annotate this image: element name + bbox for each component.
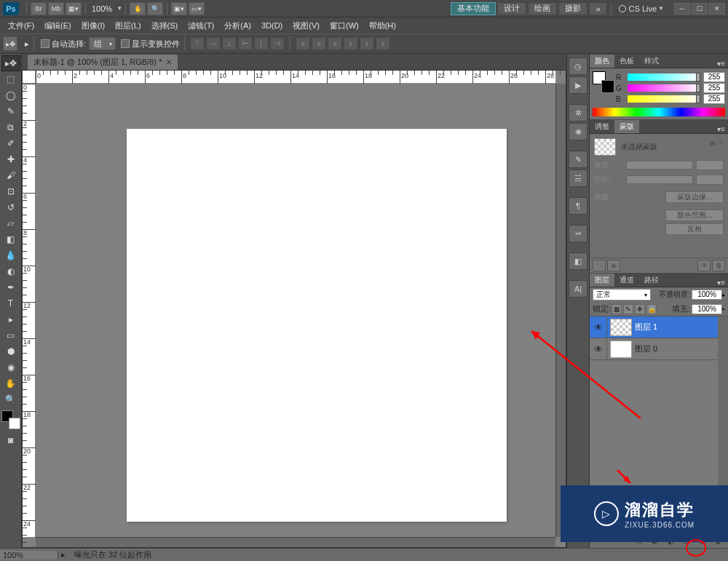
lasso-tool[interactable]: ◯	[1, 87, 20, 103]
lock-pixels-icon[interactable]: ✎	[623, 304, 633, 314]
align-vcenter-icon[interactable]: —	[206, 37, 221, 50]
history-brush-tool[interactable]: ↺	[1, 199, 20, 215]
delete-mask-icon[interactable]: 🗑	[712, 260, 725, 271]
brush-tool[interactable]: 🖌	[1, 167, 20, 183]
cs-live-button[interactable]: CS Live ▼	[619, 4, 664, 13]
workspace-design-button[interactable]: 设计	[497, 2, 526, 15]
visibility-icon[interactable]: 👁	[590, 317, 607, 338]
brush-panel-icon[interactable]: ✎	[569, 151, 587, 168]
shape-tool[interactable]: ▭	[1, 327, 20, 343]
hand-tool-shortcut-icon[interactable]: ✋	[130, 2, 146, 15]
vertical-ruler[interactable]: 024681012141618202224	[23, 84, 36, 537]
g-slider[interactable]	[628, 84, 700, 92]
zoom-level[interactable]: 100%	[92, 4, 112, 13]
panel-menu-icon[interactable]: ▾≡	[714, 279, 728, 287]
b-value[interactable]: 255	[703, 94, 725, 104]
hue-ramp[interactable]	[593, 108, 725, 116]
tab-channels[interactable]: 通道	[614, 274, 639, 287]
layer-name[interactable]: 图层 0	[635, 343, 657, 354]
status-menu-icon[interactable]: ▸	[58, 550, 68, 560]
type-tool[interactable]: T	[1, 295, 20, 311]
vertical-scrollbar[interactable]	[555, 84, 566, 537]
layer-thumbnail[interactable]	[610, 341, 632, 358]
b-slider[interactable]	[628, 95, 700, 103]
close-tab-icon[interactable]: ✕	[166, 58, 172, 66]
3d-camera-tool[interactable]: ◉	[1, 359, 20, 375]
distribute-right-icon[interactable]: ⦀	[376, 37, 390, 50]
distribute-top-icon[interactable]: ≡	[296, 37, 310, 50]
pen-tool[interactable]: ✒	[1, 279, 20, 295]
blur-tool[interactable]: 💧	[1, 247, 20, 263]
mask-edge-button[interactable]: 蒙版边缘...	[665, 191, 724, 203]
workspace-painting-button[interactable]: 绘画	[528, 2, 557, 15]
eyedropper-tool[interactable]: ✐	[1, 135, 20, 151]
panel-menu-icon[interactable]: ▾≡	[714, 60, 728, 68]
move-tool-icon[interactable]: ▸✥	[3, 36, 17, 51]
color-range-button[interactable]: 颜色范围...	[665, 210, 724, 221]
tab-color[interactable]: 颜色	[590, 55, 614, 68]
visibility-icon[interactable]: 👁	[590, 338, 607, 360]
distribute-hcenter-icon[interactable]: ⦀	[360, 37, 374, 50]
show-transform-checkbox[interactable]	[121, 39, 130, 48]
workspace-more-button[interactable]: »	[589, 2, 606, 15]
zoom-tool-shortcut-icon[interactable]: 🔍	[147, 2, 163, 15]
character-panel-icon[interactable]: ✂	[569, 225, 587, 242]
zoom-tool[interactable]: 🔍	[1, 391, 20, 407]
panel-menu-icon[interactable]: ▾≡	[714, 125, 728, 133]
menu-file[interactable]: 文件(F)	[3, 19, 39, 33]
layer-item[interactable]: 👁 图层 0	[590, 338, 718, 360]
r-slider[interactable]	[628, 73, 700, 81]
move-tool[interactable]: ▸✥	[1, 55, 20, 71]
quick-select-tool[interactable]: ✎	[1, 103, 20, 119]
auto-select-type-dropdown[interactable]: 组	[89, 37, 116, 50]
workspace-essentials-button[interactable]: 基本功能	[451, 2, 496, 15]
auto-select-checkbox[interactable]	[41, 39, 50, 48]
g-value[interactable]: 255	[703, 83, 725, 93]
menu-image[interactable]: 图像(I)	[76, 19, 110, 33]
disable-mask-icon[interactable]: 👁	[697, 260, 711, 271]
menu-edit[interactable]: 编辑(E)	[39, 19, 76, 33]
fill-value[interactable]: 100%	[692, 304, 722, 314]
tool-presets-icon[interactable]: ☵	[569, 170, 587, 187]
tab-masks[interactable]: 蒙版	[614, 120, 639, 133]
stamp-tool[interactable]: ⊡	[1, 183, 20, 199]
zoom-field[interactable]: 100%	[0, 551, 58, 560]
distribute-bottom-icon[interactable]: ≡	[328, 37, 342, 50]
tab-adjustments[interactable]: 调整	[590, 120, 614, 133]
view-extras-icon[interactable]: ▦▾	[66, 2, 82, 15]
align-top-icon[interactable]: ⊤	[190, 37, 205, 50]
align-bottom-icon[interactable]: ⊥	[222, 37, 237, 50]
actions-panel-icon[interactable]: ▶	[569, 76, 587, 94]
arrange-documents-icon[interactable]: ▣▾	[171, 2, 187, 15]
marquee-tool[interactable]: ⬚	[1, 71, 20, 87]
background-color[interactable]	[9, 418, 20, 429]
opacity-value[interactable]: 100%	[692, 290, 722, 300]
path-select-tool[interactable]: ▸	[1, 311, 20, 327]
mini-bridge-icon[interactable]: Mb	[48, 2, 64, 15]
canvas-viewport[interactable]	[36, 84, 555, 537]
mask-type-icons[interactable]: ◙ ✧	[710, 138, 724, 148]
tab-layers[interactable]: 图层	[590, 274, 614, 287]
apply-mask-icon[interactable]: ◉	[607, 260, 620, 271]
crop-tool[interactable]: ⧉	[1, 119, 20, 135]
menu-select[interactable]: 选择(S)	[146, 19, 183, 33]
distribute-vcenter-icon[interactable]: ≡	[312, 37, 326, 50]
tab-paths[interactable]: 路径	[639, 274, 664, 287]
horizontal-scrollbar[interactable]	[36, 537, 555, 547]
tab-styles[interactable]: 样式	[639, 55, 664, 68]
3d-tool[interactable]: ⬢	[1, 343, 20, 359]
workspace-photography-button[interactable]: 摄影	[558, 2, 587, 15]
layer-thumbnail[interactable]	[610, 319, 632, 336]
align-left-icon[interactable]: ⊢	[238, 37, 253, 50]
menu-3d[interactable]: 3D(D)	[256, 20, 288, 31]
align-hcenter-icon[interactable]: │	[254, 37, 269, 50]
healing-tool[interactable]: ✚	[1, 151, 20, 167]
document-tab[interactable]: 未标题-1 @ 100% (图层 1, RGB/8) *✕	[28, 55, 178, 70]
hand-tool[interactable]: ✋	[1, 375, 20, 391]
menu-view[interactable]: 视图(V)	[288, 19, 325, 33]
lock-position-icon[interactable]: ✥	[635, 304, 645, 314]
menu-layer[interactable]: 图层(L)	[110, 19, 146, 33]
color-fg-bg-swatch[interactable]	[593, 71, 612, 90]
navigator-panel-icon[interactable]: A|	[569, 280, 587, 298]
r-value[interactable]: 255	[703, 72, 725, 82]
